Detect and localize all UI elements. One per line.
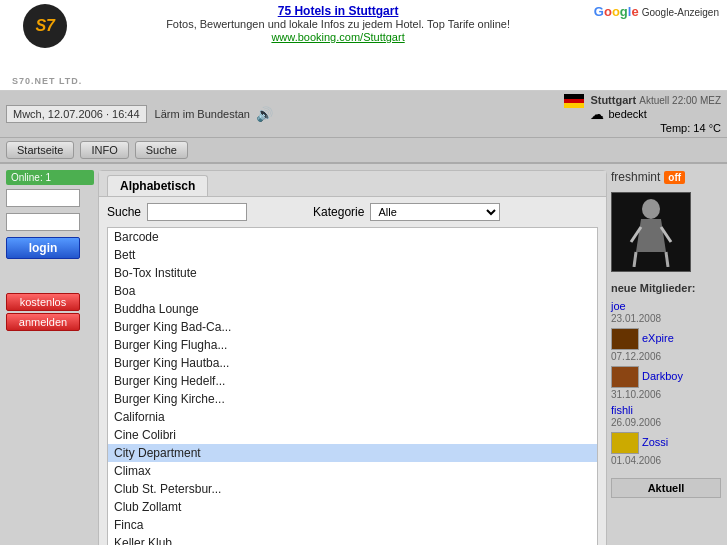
info-button[interactable]: INFO bbox=[80, 141, 128, 159]
list-container: BarcodeBettBo-Tox InstituteBoaBuddha Lou… bbox=[107, 227, 598, 545]
tab-header: Alphabetisch bbox=[99, 171, 606, 197]
ticker-text: Lärm im Bundestan bbox=[155, 108, 250, 120]
kostenlos-button[interactable]: kostenlos bbox=[6, 293, 80, 311]
weather-city-line: Stuttgart Aktuell 22:00 MEZ bbox=[590, 94, 721, 106]
list-item[interactable]: California bbox=[108, 408, 597, 426]
members-list: joe23.01.2008eXpire07.12.2006Darkboy31.1… bbox=[611, 300, 721, 470]
list-item[interactable]: Burger King Kirche... bbox=[108, 390, 597, 408]
datetime-display: Mwch, 12.07.2006 · 16:44 bbox=[6, 105, 147, 123]
weather-temp: Temp: 14 °C bbox=[590, 122, 721, 134]
member-name[interactable]: Darkboy bbox=[642, 370, 683, 382]
left-sidebar: Online: 1 login kostenlos anmelden bbox=[6, 170, 94, 545]
off-badge: off bbox=[664, 171, 685, 184]
list-item[interactable]: City Department bbox=[108, 444, 597, 462]
list-item[interactable]: Boa bbox=[108, 282, 597, 300]
weather-box: Stuttgart Aktuell 22:00 MEZ ☁ bedeckt Te… bbox=[564, 94, 721, 134]
password-input[interactable] bbox=[6, 213, 80, 231]
tab-alphabetisch[interactable]: Alphabetisch bbox=[107, 175, 208, 196]
list-item[interactable]: Keller Klub bbox=[108, 534, 597, 545]
list-item[interactable]: Burger King Hautba... bbox=[108, 354, 597, 372]
member-item: Zossi01.04.2006 bbox=[611, 432, 721, 466]
top-banner: S7 S70.NET LTD. 75 Hotels in Stuttgart F… bbox=[0, 0, 727, 91]
member-date: 07.12.2006 bbox=[611, 351, 661, 362]
freshmint-bar: freshmint off bbox=[611, 170, 721, 184]
member-date: 23.01.2008 bbox=[611, 313, 661, 324]
nav-bar: Mwch, 12.07.2006 · 16:44 Lärm im Bundest… bbox=[0, 91, 727, 138]
kategorie-label: Kategorie bbox=[313, 205, 364, 219]
member-date: 01.04.2006 bbox=[611, 455, 661, 466]
member-name[interactable]: eXpire bbox=[642, 332, 674, 344]
search-label: Suche bbox=[107, 205, 141, 219]
online-badge: Online: 1 bbox=[6, 170, 94, 185]
list-item[interactable]: Club Zollamt bbox=[108, 498, 597, 516]
main-content: Online: 1 login kostenlos anmelden Alpha… bbox=[0, 164, 727, 545]
nav-bar-left: Mwch, 12.07.2006 · 16:44 Lärm im Bundest… bbox=[6, 105, 560, 123]
weather-condition-text: bedeckt bbox=[608, 108, 647, 120]
cloud-icon: ☁ bbox=[590, 106, 604, 122]
member-name[interactable]: joe bbox=[611, 300, 626, 312]
weather-condition: ☁ bedeckt bbox=[590, 106, 721, 122]
aktuell-box: Aktuell bbox=[611, 478, 721, 498]
ad-desc: Fotos, Bewertungen und lokale Infos zu j… bbox=[102, 18, 573, 30]
list-item[interactable]: Finca bbox=[108, 516, 597, 534]
member-item: eXpire07.12.2006 bbox=[611, 328, 721, 362]
list-item[interactable]: Club St. Petersbur... bbox=[108, 480, 597, 498]
member-name[interactable]: Zossi bbox=[642, 436, 668, 448]
anmelden-button[interactable]: anmelden bbox=[6, 313, 80, 331]
logo-s7: S7 bbox=[35, 17, 55, 35]
logo-wrapper: S7 S70.NET LTD. bbox=[8, 4, 82, 86]
sound-icon: 🔊 bbox=[256, 106, 273, 122]
google-logo: Google bbox=[594, 6, 642, 18]
member-item: Darkboy31.10.2006 bbox=[611, 366, 721, 400]
logo-area: S7 S70.NET LTD. bbox=[8, 4, 82, 86]
member-avatar bbox=[611, 366, 639, 388]
center-panel: Alphabetisch Suche Kategorie Alle Bar Cl… bbox=[98, 170, 607, 545]
member-date: 26.09.2006 bbox=[611, 417, 661, 428]
list-item[interactable]: Buddha Lounge bbox=[108, 300, 597, 318]
search-row: Suche Kategorie Alle Bar Club Restaurant… bbox=[107, 203, 598, 221]
member-avatar bbox=[611, 432, 639, 454]
search-input[interactable] bbox=[147, 203, 247, 221]
username-input[interactable] bbox=[6, 189, 80, 207]
list-item[interactable]: Burger King Flugha... bbox=[108, 336, 597, 354]
kategorie-select[interactable]: Alle Bar Club Restaurant Lounge bbox=[370, 203, 500, 221]
member-item: fishli26.09.2006 bbox=[611, 404, 721, 428]
svg-point-0 bbox=[642, 199, 660, 219]
svg-marker-1 bbox=[636, 219, 666, 252]
sub-nav: Startseite INFO Suche bbox=[0, 138, 727, 164]
weather-time: Aktuell 22:00 MEZ bbox=[639, 95, 721, 106]
member-item: joe23.01.2008 bbox=[611, 300, 721, 324]
list-item[interactable]: Cine Colibri bbox=[108, 426, 597, 444]
weather-flag bbox=[564, 94, 584, 108]
member-name[interactable]: fishli bbox=[611, 404, 633, 416]
member-avatar bbox=[611, 328, 639, 350]
list-item[interactable]: Barcode bbox=[108, 228, 597, 246]
list-item[interactable]: Climax bbox=[108, 462, 597, 480]
register-area: kostenlos anmelden bbox=[6, 293, 94, 331]
startseite-button[interactable]: Startseite bbox=[6, 141, 74, 159]
freshmint-svg bbox=[626, 197, 676, 267]
freshmint-label: freshmint bbox=[611, 170, 660, 184]
ad-link[interactable]: www.booking.com/Stuttgart bbox=[271, 31, 404, 43]
suche-button[interactable]: Suche bbox=[135, 141, 188, 159]
freshmint-image bbox=[611, 192, 691, 272]
right-sidebar: freshmint off neue Mitglieder: joe23.01.… bbox=[611, 170, 721, 545]
google-area: Google Google-Anzeigen bbox=[594, 4, 719, 19]
logo-text: S70.NET LTD. bbox=[12, 76, 82, 86]
list-item[interactable]: Bo-Tox Institute bbox=[108, 264, 597, 282]
list-item[interactable]: Burger King Hedelf... bbox=[108, 372, 597, 390]
panel-body: Suche Kategorie Alle Bar Club Restaurant… bbox=[99, 197, 606, 545]
neue-mitglieder-label: neue Mitglieder: bbox=[611, 282, 721, 294]
list-item[interactable]: Burger King Bad-Ca... bbox=[108, 318, 597, 336]
ad-banner: 75 Hotels in Stuttgart Fotos, Bewertunge… bbox=[102, 4, 573, 44]
member-date: 31.10.2006 bbox=[611, 389, 661, 400]
google-anzeigen: Google-Anzeigen bbox=[642, 7, 719, 18]
logo-circle: S7 bbox=[23, 4, 67, 48]
venue-list[interactable]: BarcodeBettBo-Tox InstituteBoaBuddha Lou… bbox=[107, 227, 598, 545]
svg-line-3 bbox=[666, 252, 668, 267]
svg-line-2 bbox=[634, 252, 636, 267]
weather-city: Stuttgart bbox=[590, 94, 636, 106]
list-item[interactable]: Bett bbox=[108, 246, 597, 264]
login-button[interactable]: login bbox=[6, 237, 80, 259]
ad-title-link[interactable]: 75 Hotels in Stuttgart bbox=[278, 4, 399, 18]
